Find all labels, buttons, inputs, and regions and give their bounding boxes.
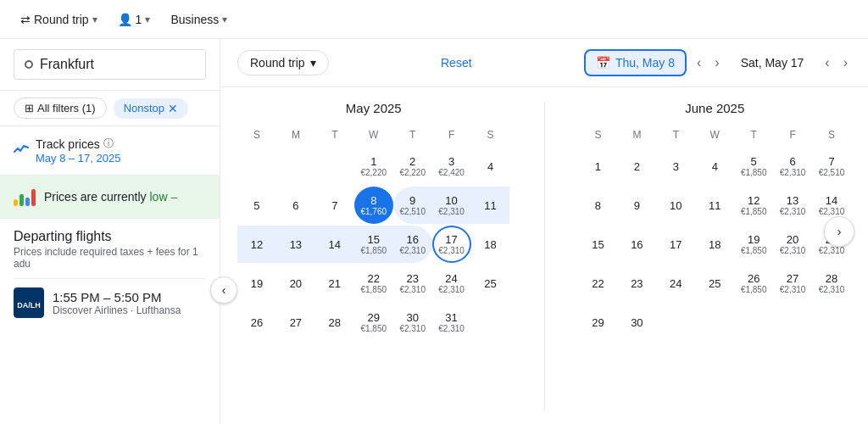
depart-date-next-button[interactable]: ›	[711, 53, 722, 72]
sidebar-left-arrow-button[interactable]: ‹	[210, 276, 237, 304]
day-price: €2,310	[399, 246, 426, 255]
day-cell-13[interactable]: 13	[276, 226, 315, 263]
day-cell-20[interactable]: 20€2,310	[773, 226, 812, 263]
day-cell-2[interactable]: 2	[617, 148, 656, 185]
day-cell-4[interactable]: 4	[695, 148, 734, 185]
day-number: 3	[448, 156, 454, 167]
flight-card[interactable]: DA/LH 1:55 PM – 5:50 PM Discover Airline…	[14, 278, 206, 326]
right-arrow-icon: ›	[837, 225, 842, 238]
cabin-class-button[interactable]: Business ▾	[164, 8, 234, 31]
day-cell-23[interactable]: 23€2,310	[393, 265, 432, 302]
day-cell-14[interactable]: 14	[315, 226, 354, 263]
day-cell-6[interactable]: 6	[276, 187, 315, 224]
round-trip-button[interactable]: ⇄ Round trip ▾	[14, 8, 104, 31]
day-number: 11	[709, 200, 721, 211]
day-cell-13[interactable]: 13€2,310	[773, 187, 812, 224]
day-cell-5[interactable]: 5	[237, 187, 276, 224]
day-cell-16[interactable]: 16€2,310	[393, 226, 432, 263]
return-date-next-button[interactable]: ›	[840, 53, 851, 72]
day-cell-29[interactable]: 29	[579, 304, 618, 341]
day-cell-10[interactable]: 10	[656, 187, 695, 224]
flight-info: 1:55 PM – 5:50 PM Discover Airlines · Lu…	[53, 290, 181, 316]
nonstop-close-icon[interactable]: ✕	[168, 102, 178, 115]
day-cell-16[interactable]: 16	[617, 226, 656, 263]
depart-date-prev-button[interactable]: ‹	[693, 53, 704, 72]
origin-field[interactable]: Frankfurt	[14, 49, 206, 80]
day-cell-26[interactable]: 26	[237, 304, 276, 341]
nonstop-filter-button[interactable]: Nonstop ✕	[114, 98, 188, 119]
day-cell-25[interactable]: 25	[471, 265, 510, 302]
day-cell-11[interactable]: 11	[695, 187, 734, 224]
day-cell-22[interactable]: 22€1,850	[354, 265, 393, 302]
reset-button[interactable]: Reset	[441, 56, 472, 70]
day-number: 1	[595, 161, 601, 172]
passengers-button[interactable]: 👤 1 ▾	[111, 8, 158, 31]
day-cell-2[interactable]: 2€2,220	[393, 148, 432, 185]
cabin-class-chevron: ▾	[222, 14, 227, 25]
day-cell-23[interactable]: 23	[617, 265, 656, 302]
calendar-round-trip-selector[interactable]: Round trip ▾	[237, 50, 329, 75]
day-number: 19	[251, 278, 263, 289]
day-cell-5[interactable]: 5€1,850	[734, 148, 773, 185]
origin-dot-icon	[25, 60, 33, 69]
day-number: 19	[748, 234, 760, 245]
day-cell-19[interactable]: 19€1,850	[734, 226, 773, 263]
day-cell-31[interactable]: 31€2,310	[432, 304, 471, 341]
day-cell-30[interactable]: 30€2,310	[393, 304, 432, 341]
departing-flights-subtitle: Prices include required taxes + fees for…	[14, 246, 206, 270]
day-cell-25[interactable]: 25	[695, 265, 734, 302]
day-cell-10[interactable]: 10€2,310	[432, 187, 471, 224]
day-cell-18[interactable]: 18	[695, 226, 734, 263]
return-date-prev-button[interactable]: ‹	[821, 53, 832, 72]
day-cell-1[interactable]: 1	[579, 148, 618, 185]
day-cell-8[interactable]: 8	[579, 187, 618, 224]
day-cell-27[interactable]: 27	[276, 304, 315, 341]
day-number: 17	[445, 234, 457, 245]
day-cell-3[interactable]: 3€2,420	[432, 148, 471, 185]
day-cell-30[interactable]: 30	[617, 304, 656, 341]
day-cell-3[interactable]: 3	[656, 148, 695, 185]
day-cell-15[interactable]: 15	[579, 226, 618, 263]
day-cell-9[interactable]: 9	[617, 187, 656, 224]
day-cell-17[interactable]: 17	[656, 226, 695, 263]
day-number: 20	[787, 234, 798, 245]
day-cell-20[interactable]: 20	[276, 265, 315, 302]
day-cell-12[interactable]: 12	[237, 226, 276, 263]
empty-day-cell	[237, 148, 276, 185]
day-cell-19[interactable]: 19	[237, 265, 276, 302]
jun-weekday-t1: T	[656, 126, 695, 144]
day-cell-7[interactable]: 7€2,510	[812, 148, 851, 185]
jun-weekday-s2: S	[812, 126, 851, 144]
day-cell-18[interactable]: 18	[471, 226, 510, 263]
day-cell-1[interactable]: 1€2,220	[354, 148, 393, 185]
day-number: 1	[370, 156, 376, 167]
day-number: 24	[670, 278, 682, 289]
day-cell-22[interactable]: 22	[579, 265, 618, 302]
day-cell-27[interactable]: 27€2,310	[773, 265, 812, 302]
person-icon: 👤	[118, 13, 132, 26]
day-cell-24[interactable]: 24	[656, 265, 695, 302]
day-cell-9[interactable]: 9€2,510	[393, 187, 432, 224]
day-cell-28[interactable]: 28	[315, 304, 354, 341]
day-cell-29[interactable]: 29€1,850	[354, 304, 393, 341]
price-text: Prices are currently low –	[44, 190, 177, 204]
flight-times: 1:55 PM – 5:50 PM	[53, 290, 181, 304]
depart-date-selector[interactable]: 📅 Thu, May 8	[584, 49, 687, 76]
day-cell-26[interactable]: 26€1,850	[734, 265, 773, 302]
day-cell-21[interactable]: 21	[315, 265, 354, 302]
day-number: 17	[670, 239, 682, 250]
all-filters-button[interactable]: ⊞ All filters (1)	[14, 98, 107, 119]
day-cell-28[interactable]: 28€2,310	[812, 265, 851, 302]
day-cell-4[interactable]: 4	[471, 148, 510, 185]
day-cell-17[interactable]: 17€2,310	[432, 226, 471, 263]
day-cell-24[interactable]: 24€2,310	[432, 265, 471, 302]
day-cell-12[interactable]: 12€1,850	[734, 187, 773, 224]
calendar-right-arrow-button[interactable]: ›	[824, 216, 854, 247]
day-cell-7[interactable]: 7	[315, 187, 354, 224]
day-cell-15[interactable]: 15€1,850	[354, 226, 393, 263]
day-cell-11[interactable]: 11	[471, 187, 510, 224]
day-cell-6[interactable]: 6€2,310	[773, 148, 812, 185]
day-price: €2,310	[819, 285, 845, 294]
day-cell-8[interactable]: 8€1,760	[354, 187, 393, 224]
return-date-selector[interactable]: Sat, May 17	[730, 50, 815, 75]
